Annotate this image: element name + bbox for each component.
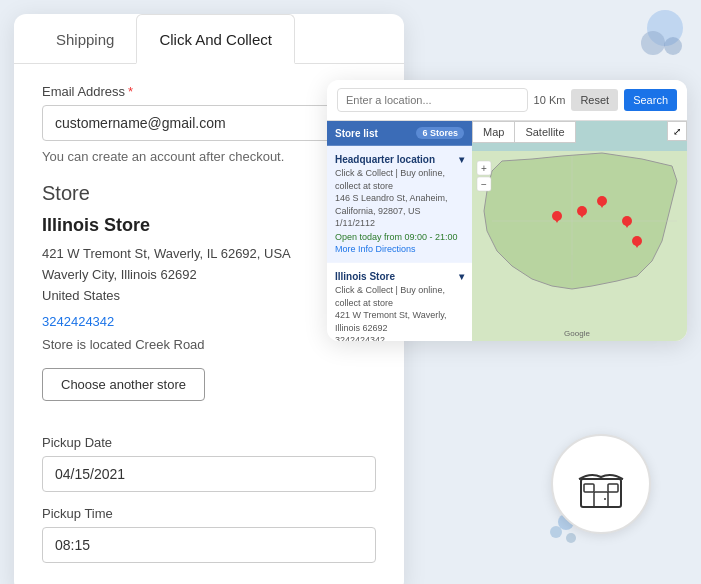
email-input[interactable] <box>42 105 376 141</box>
store-address: 421 W Tremont St, Waverly, IL 62692, USA… <box>42 244 376 306</box>
store-heading: Store <box>42 182 376 205</box>
svg-text:Google: Google <box>564 329 590 338</box>
svg-rect-23 <box>594 492 608 507</box>
map-search-button[interactable]: Search <box>624 89 677 111</box>
store-list-header: Store list 6 Stores <box>327 121 472 146</box>
chevron-down-icon: ▾ <box>459 271 464 282</box>
store-item-desc: Click & Collect | Buy online, collect at… <box>335 284 464 341</box>
svg-point-30 <box>566 533 576 543</box>
svg-text:−: − <box>481 179 487 190</box>
decorative-shape <box>615 8 685 82</box>
email-label: Email Address* <box>42 84 376 99</box>
svg-point-29 <box>550 526 562 538</box>
svg-point-26 <box>604 498 606 500</box>
store-note: Store is located Creek Road <box>42 337 376 352</box>
pickup-time-label: Pickup Time <box>42 506 376 521</box>
map-view-tabs: Map Satellite <box>472 121 576 143</box>
map-body: Store list 6 Stores Headquarter location… <box>327 121 687 341</box>
store-icon-card <box>551 434 651 534</box>
store-item-desc: Click & Collect | Buy online, collect at… <box>335 167 464 230</box>
choose-store-button[interactable]: Choose another store <box>42 368 205 401</box>
pickup-date-label: Pickup Date <box>42 435 376 450</box>
store-icon <box>571 454 631 514</box>
svg-text:+: + <box>481 163 487 174</box>
tab-satellite[interactable]: Satellite <box>514 121 575 143</box>
pickup-section: Pickup Date Pickup Time <box>14 435 404 563</box>
map-distance-label: 10 Km <box>534 94 566 106</box>
store-item-links[interactable]: More Info Directions <box>335 244 464 254</box>
store-phone[interactable]: 3242424342 <box>42 314 376 329</box>
map-search-bar: 10 Km Reset Search <box>327 80 687 121</box>
map-expand-button[interactable]: ⤢ <box>667 121 687 141</box>
svg-rect-25 <box>608 484 618 492</box>
svg-rect-22 <box>581 479 621 507</box>
map-svg: + − Google <box>472 121 687 341</box>
svg-point-1 <box>641 31 665 55</box>
store-item-hours: Open today from 09:00 - 21:00 <box>335 232 464 242</box>
chevron-down-icon: ▾ <box>459 154 464 165</box>
required-indicator: * <box>128 84 133 99</box>
map-reset-button[interactable]: Reset <box>571 89 618 111</box>
store-count-badge: 6 Stores <box>416 127 464 139</box>
svg-point-2 <box>664 37 682 55</box>
store-item-name: Headquarter location ▾ <box>335 154 464 165</box>
store-item-name: Illinois Store ▾ <box>335 271 464 282</box>
tab-map[interactable]: Map <box>472 121 514 143</box>
store-name: Illinois Store <box>42 215 376 236</box>
store-list-panel: Store list 6 Stores Headquarter location… <box>327 121 472 341</box>
map-card: 10 Km Reset Search Store list 6 Stores H… <box>327 80 687 341</box>
svg-rect-24 <box>584 484 594 492</box>
tab-shipping[interactable]: Shipping <box>34 14 136 64</box>
store-list-title: Store list <box>335 128 378 139</box>
tab-bar: Shipping Click And Collect <box>14 14 404 64</box>
store-list-item[interactable]: Illinois Store ▾ Click & Collect | Buy o… <box>327 263 472 341</box>
map-search-input[interactable] <box>337 88 528 112</box>
pickup-time-input[interactable] <box>42 527 376 563</box>
store-list-item[interactable]: Headquarter location ▾ Click & Collect |… <box>327 146 472 263</box>
pickup-date-input[interactable] <box>42 456 376 492</box>
map-area[interactable]: Map Satellite ⤢ <box>472 121 687 341</box>
email-hint: You can create an account after checkout… <box>42 149 376 164</box>
tab-click-collect[interactable]: Click And Collect <box>136 14 295 64</box>
